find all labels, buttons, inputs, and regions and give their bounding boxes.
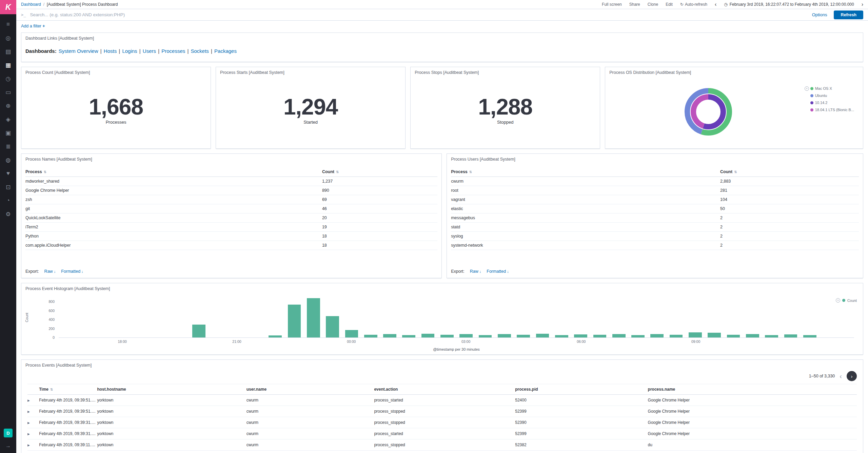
auto-refresh-button[interactable]: ↻Auto-refresh bbox=[680, 2, 707, 7]
column-header-process-name[interactable]: process.name bbox=[648, 384, 857, 395]
next-page-button[interactable]: › bbox=[847, 371, 857, 381]
dashboard-link-system-overview[interactable]: System Overview bbox=[59, 48, 98, 54]
histogram-bar[interactable] bbox=[803, 335, 816, 337]
histogram-bar[interactable] bbox=[498, 334, 511, 337]
dashboard-link-processes[interactable]: Processes bbox=[161, 48, 185, 54]
expand-nav-icon[interactable]: → bbox=[5, 443, 11, 449]
discover-icon[interactable]: ◎ bbox=[0, 31, 16, 45]
histogram-bar[interactable] bbox=[555, 335, 568, 337]
apm-icon[interactable]: ◍ bbox=[0, 153, 16, 167]
legend-item-18-04-1-lts-bionic-b[interactable]: 18.04.1 LTS (Bionic B... bbox=[810, 108, 854, 112]
action-cell: process_started bbox=[374, 395, 515, 406]
legend-toggle-icon[interactable]: » bbox=[805, 86, 809, 91]
expand-row-icon[interactable]: ▶ bbox=[27, 421, 30, 425]
logs-icon[interactable]: ≣ bbox=[0, 140, 16, 153]
time-forward-icon[interactable]: › bbox=[862, 2, 863, 7]
column-header-time[interactable]: Time⇅ bbox=[39, 384, 97, 395]
menu-icon[interactable]: ≡ bbox=[0, 18, 16, 31]
expand-row-icon[interactable]: ▶ bbox=[27, 444, 30, 447]
histogram-bar[interactable] bbox=[307, 298, 320, 337]
histogram-bar[interactable] bbox=[326, 316, 339, 337]
histogram-bar[interactable] bbox=[269, 335, 282, 337]
top-link-share[interactable]: Share bbox=[629, 2, 640, 7]
monitoring-icon[interactable]: ◔ bbox=[0, 194, 16, 207]
histogram-bar[interactable] bbox=[383, 334, 396, 337]
time-back-icon[interactable]: ‹ bbox=[715, 2, 716, 7]
legend-item-ubuntu[interactable]: Ubuntu bbox=[810, 94, 854, 98]
timelion-icon[interactable]: ◷ bbox=[0, 72, 16, 85]
count-cell: 2 bbox=[720, 213, 859, 223]
column-header-process[interactable]: Process⇅ bbox=[451, 167, 720, 177]
histogram-bar[interactable] bbox=[612, 334, 626, 337]
export-raw-link[interactable]: Raw↓ bbox=[470, 269, 481, 274]
panel-title: Process Events [Auditbeat System] bbox=[21, 360, 863, 368]
histogram-bar[interactable] bbox=[192, 325, 205, 337]
expand-row-icon[interactable]: ▶ bbox=[27, 399, 30, 402]
legend-item-10-14-2[interactable]: 10.14.2 bbox=[810, 101, 854, 105]
column-header-event-action[interactable]: event.action bbox=[374, 384, 515, 395]
histogram-bar[interactable] bbox=[440, 335, 454, 337]
column-header-process[interactable]: Process⇅ bbox=[25, 167, 322, 177]
canvas-icon[interactable]: ▭ bbox=[0, 85, 16, 99]
maps-icon[interactable]: ⊕ bbox=[0, 99, 16, 112]
dashboard-link-packages[interactable]: Packages bbox=[214, 48, 237, 54]
histogram-bar[interactable] bbox=[459, 334, 473, 337]
export-formatted-link[interactable]: Formatted↓ bbox=[61, 269, 83, 274]
column-header-host-hostname[interactable]: host.hostname bbox=[97, 384, 246, 395]
options-link[interactable]: Options bbox=[812, 12, 827, 17]
dev-tools-icon[interactable]: ⊡ bbox=[0, 180, 16, 194]
dashboard-link-hosts[interactable]: Hosts bbox=[104, 48, 117, 54]
histogram-bar[interactable] bbox=[574, 334, 587, 337]
column-header-count[interactable]: Count⇅ bbox=[720, 167, 859, 177]
top-link-clone[interactable]: Clone bbox=[648, 2, 658, 7]
add-filter-link[interactable]: Add a filter + bbox=[21, 24, 45, 28]
histogram-bar[interactable] bbox=[421, 334, 435, 337]
time-range-button[interactable]: ◷February 3rd 2019, 16:22:07.472 to Febr… bbox=[724, 2, 854, 7]
management-icon[interactable]: ⚙ bbox=[0, 207, 16, 221]
histogram-bar[interactable] bbox=[402, 335, 415, 337]
histogram-bar[interactable] bbox=[345, 330, 358, 337]
legend-item-mac-os-x[interactable]: Mac OS X bbox=[810, 86, 854, 90]
dashboard-link-logins[interactable]: Logins bbox=[122, 48, 137, 54]
kibana-logo[interactable]: K bbox=[0, 0, 16, 14]
histogram-bar[interactable] bbox=[708, 333, 721, 337]
histogram-bar[interactable] bbox=[689, 332, 702, 337]
histogram-bar[interactable] bbox=[288, 305, 301, 337]
histogram-bar[interactable] bbox=[746, 334, 759, 337]
histogram-bar[interactable] bbox=[631, 335, 645, 337]
dashboard-link-users[interactable]: Users bbox=[143, 48, 156, 54]
column-header-count[interactable]: Count⇅ bbox=[322, 167, 437, 177]
histogram-bar[interactable] bbox=[650, 334, 664, 337]
query-bar: >_ Options Refresh bbox=[16, 9, 868, 21]
search-input[interactable] bbox=[30, 12, 808, 17]
breadcrumb-dashboard-link[interactable]: Dashboard bbox=[21, 2, 41, 7]
previous-page-icon[interactable]: ‹ bbox=[840, 373, 842, 379]
histogram-bar[interactable] bbox=[670, 335, 683, 337]
visualize-icon[interactable]: ▤ bbox=[0, 45, 16, 58]
histogram-bar[interactable] bbox=[536, 334, 549, 337]
column-header-user-name[interactable]: user.name bbox=[246, 384, 374, 395]
expand-row-icon[interactable]: ▶ bbox=[27, 410, 30, 413]
histogram-bar[interactable] bbox=[364, 335, 377, 337]
column-header-process-pid[interactable]: process.pid bbox=[515, 384, 648, 395]
pagination-range: 1–50 of 3,330 bbox=[809, 374, 835, 378]
panel-process-names: Process Names [Auditbeat System] Process… bbox=[21, 153, 442, 278]
histogram-bar[interactable] bbox=[727, 335, 740, 337]
expand-row-icon[interactable]: ▶ bbox=[27, 432, 30, 436]
histogram-bar[interactable] bbox=[517, 335, 530, 337]
machine-learning-icon[interactable]: ◈ bbox=[0, 112, 16, 126]
histogram-bar[interactable] bbox=[479, 335, 492, 337]
refresh-button[interactable]: Refresh bbox=[834, 11, 863, 19]
histogram-bar[interactable] bbox=[593, 335, 607, 337]
top-link-edit[interactable]: Edit bbox=[666, 2, 673, 7]
dashboard-icon[interactable]: ▦ bbox=[0, 58, 16, 72]
dashboard-link-sockets[interactable]: Sockets bbox=[191, 48, 209, 54]
space-badge[interactable]: D bbox=[4, 429, 13, 437]
uptime-icon[interactable]: ♥ bbox=[0, 167, 16, 180]
infrastructure-icon[interactable]: ▣ bbox=[0, 126, 16, 140]
export-raw-link[interactable]: Raw↓ bbox=[44, 269, 56, 274]
histogram-bar[interactable] bbox=[784, 334, 797, 337]
histogram-bar[interactable] bbox=[765, 335, 778, 337]
export-formatted-link[interactable]: Formatted↓ bbox=[487, 269, 509, 274]
top-link-full-screen[interactable]: Full screen bbox=[602, 2, 622, 7]
